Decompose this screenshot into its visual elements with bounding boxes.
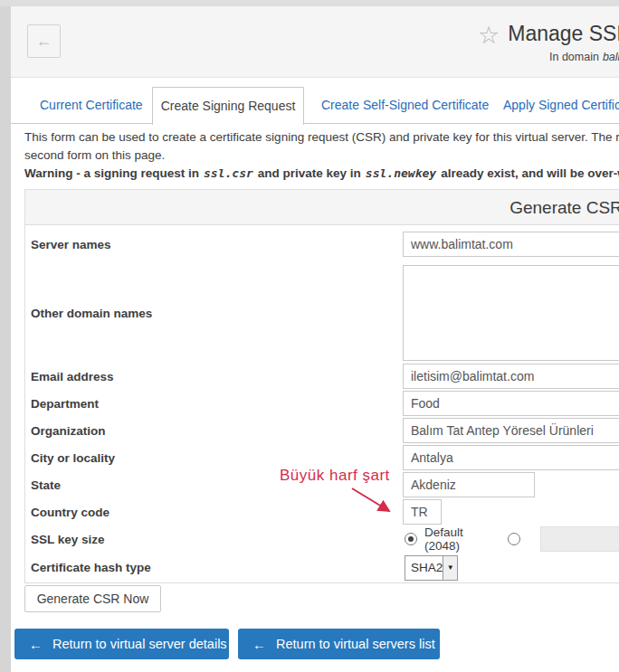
tab-current-certificate[interactable]: Current Certificate bbox=[40, 87, 143, 124]
description-line-2: second form on this page. bbox=[24, 147, 619, 165]
row-country-code: Country code bbox=[25, 498, 619, 525]
server-names-input[interactable] bbox=[403, 232, 619, 257]
title-wrap: ☆Manage SSL Certificate bbox=[478, 21, 619, 50]
warning-filename-newkey: ssl.newkey bbox=[366, 166, 436, 180]
warning-filename-csr: ssl.csr bbox=[204, 166, 253, 180]
generate-csr-form: Generate CSR Server names Other domain n… bbox=[24, 189, 619, 583]
left-arrow-icon: ← bbox=[29, 637, 43, 652]
warning-line: Warning - a signing request inssl.csrand… bbox=[24, 165, 619, 183]
left-arrow-icon: ← bbox=[252, 637, 266, 652]
annotation-text: Büyük harf şart bbox=[280, 467, 390, 485]
key-size-custom-input[interactable] bbox=[540, 526, 619, 552]
city-or-locality-input[interactable] bbox=[403, 445, 619, 470]
favorite-star-icon[interactable]: ☆ bbox=[478, 22, 500, 49]
select-dropdown-arrow-icon: ▼ bbox=[443, 556, 457, 580]
certificate-hash-type-label: Certificate hash type bbox=[25, 561, 403, 574]
hash-type-selected-value: SHA2 bbox=[405, 561, 443, 574]
top-band bbox=[0, 0, 619, 6]
page: ← ☆Manage SSL Certificate In domainbalim… bbox=[11, 6, 619, 672]
warning-middle: and private key in bbox=[258, 166, 361, 180]
return-to-virtual-server-details-button[interactable]: ← Return to virtual server details bbox=[14, 629, 229, 659]
generate-csr-now-button[interactable]: Generate CSR Now bbox=[24, 585, 161, 612]
description: This form can be used to create a certif… bbox=[24, 128, 619, 183]
row-organization: Organization bbox=[25, 417, 619, 444]
page-header: ← ☆Manage SSL Certificate In domainbalim… bbox=[11, 6, 619, 78]
warning-suffix: already exist, and will be over-written … bbox=[441, 166, 619, 180]
description-line-1: This form can be used to create a certif… bbox=[24, 128, 619, 147]
state-input[interactable] bbox=[403, 472, 535, 497]
other-domain-names-textarea[interactable] bbox=[403, 265, 619, 361]
row-ssl-key-size: SSL key size Default (2048) bbox=[25, 525, 619, 553]
ssl-key-size-label: SSL key size bbox=[25, 533, 403, 546]
row-email-address: Email address bbox=[25, 363, 619, 390]
organization-label: Organization bbox=[25, 424, 403, 438]
other-domain-names-label: Other domain names bbox=[25, 307, 403, 320]
tab-create-signing-request[interactable]: Create Signing Request bbox=[152, 87, 304, 125]
return-to-virtual-servers-list-button[interactable]: ← Return to virtual servers list bbox=[238, 629, 440, 659]
in-domain-prefix: In domain bbox=[549, 51, 599, 63]
department-input[interactable] bbox=[403, 391, 619, 416]
row-certificate-hash-type: Certificate hash type SHA2 ▼ bbox=[25, 553, 619, 582]
email-address-input[interactable] bbox=[403, 364, 619, 389]
return-details-label: Return to virtual server details bbox=[52, 637, 227, 651]
tab-apply-signed-certificate[interactable]: Apply Signed Certificate bbox=[503, 87, 619, 124]
left-edge-strip bbox=[0, 0, 11, 672]
server-names-label: Server names bbox=[25, 238, 403, 251]
key-size-custom-radio[interactable] bbox=[508, 533, 520, 545]
city-or-locality-label: City or locality bbox=[25, 451, 403, 465]
domain-name: balimtat.com bbox=[603, 51, 619, 63]
back-button[interactable]: ← bbox=[27, 24, 61, 58]
key-size-default-radio[interactable] bbox=[405, 533, 417, 545]
warning-prefix: Warning - a signing request in bbox=[24, 166, 199, 180]
return-list-label: Return to virtual servers list bbox=[276, 637, 435, 651]
row-department: Department bbox=[25, 390, 619, 417]
annotation-arrow-icon bbox=[348, 484, 402, 520]
department-label: Department bbox=[25, 397, 403, 411]
key-size-default-label: Default (2048) bbox=[424, 525, 502, 553]
tab-bar: Current Certificate Create Signing Reque… bbox=[11, 87, 619, 124]
form-section-title: Generate CSR bbox=[25, 190, 619, 225]
page-title: Manage SSL Certificate bbox=[508, 22, 619, 45]
row-server-names: Server names bbox=[25, 225, 619, 263]
email-address-label: Email address bbox=[25, 370, 403, 383]
organization-input[interactable] bbox=[403, 418, 619, 443]
country-code-input[interactable] bbox=[403, 499, 442, 525]
back-arrow-icon: ← bbox=[36, 32, 52, 50]
country-code-label: Country code bbox=[25, 506, 403, 519]
in-domain-subtitle: In domainbalimtat.com bbox=[549, 51, 619, 63]
row-other-domain-names: Other domain names bbox=[25, 263, 619, 363]
hash-type-select[interactable]: SHA2 ▼ bbox=[405, 555, 458, 581]
tab-create-self-signed-certificate[interactable]: Create Self-Signed Certificate bbox=[321, 87, 489, 124]
